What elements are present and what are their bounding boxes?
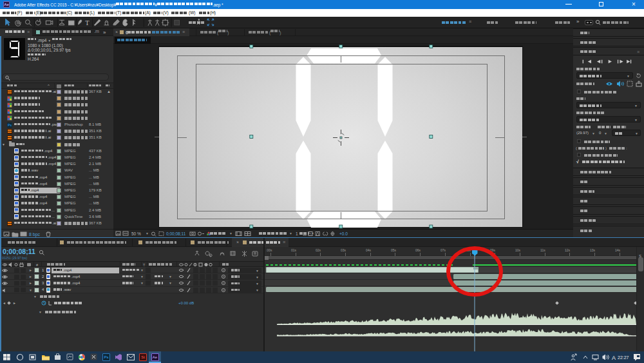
svg-text:8 bpc: 8 bpc (29, 232, 41, 237)
svg-text:T: T (85, 19, 90, 26)
svg-text:A: A (612, 355, 616, 361)
